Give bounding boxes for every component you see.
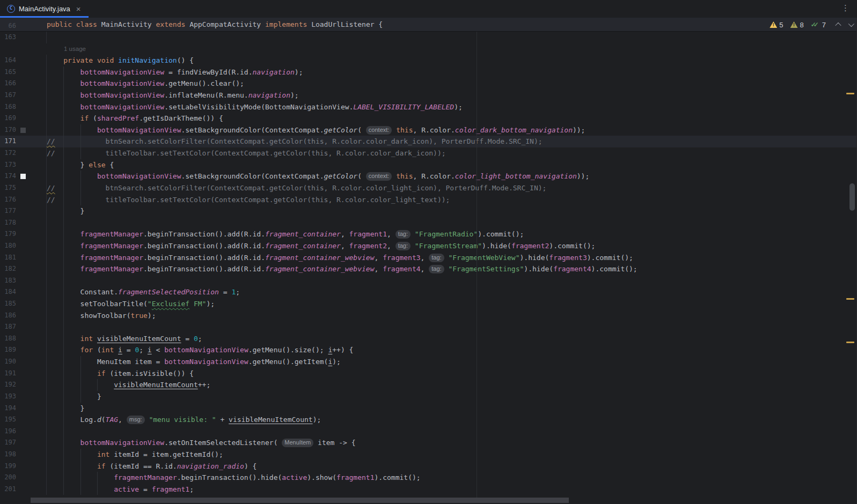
code-line[interactable]: 191if (item.isVisible()) { xyxy=(0,368,857,380)
code-line[interactable]: 169if (sharedPref.getIsDarkTheme()) { xyxy=(0,113,857,124)
code-line[interactable]: 179fragmentManager.beginTransaction().ad… xyxy=(0,228,857,240)
line-number[interactable]: 171 xyxy=(0,136,16,147)
line-number[interactable]: 181 xyxy=(0,252,16,264)
line-number[interactable]: 195 xyxy=(0,414,16,426)
line-number[interactable]: 197 xyxy=(0,437,16,449)
code-editor[interactable]: 1631 usage164private void initNavigation… xyxy=(0,32,857,495)
line-number[interactable]: 200 xyxy=(0,472,16,484)
more-options-icon[interactable]: ⋮ xyxy=(841,3,849,13)
line-number[interactable]: 177 xyxy=(0,205,16,217)
line-number[interactable]: 191 xyxy=(0,368,16,380)
vertical-scrollbar-thumb[interactable] xyxy=(849,183,855,211)
code-line[interactable]: 192visibleMenuItemCount++; xyxy=(0,379,857,391)
line-number[interactable]: 174 xyxy=(0,171,16,182)
color-preview-swatch[interactable] xyxy=(20,174,26,179)
code-line[interactable]: 170bottomNavigationView.setBackgroundCol… xyxy=(0,124,857,136)
code-line[interactable]: 164private void initNavigation() { xyxy=(0,55,857,66)
warning-stripe-mark[interactable] xyxy=(846,93,854,94)
line-number[interactable]: 201 xyxy=(0,484,16,495)
code-line[interactable]: 173} else { xyxy=(0,159,857,171)
code-line[interactable]: 185setToolbarTitle("Exclusief FM"); xyxy=(0,298,857,310)
line-number[interactable]: 179 xyxy=(0,228,16,240)
line-number[interactable]: 188 xyxy=(0,333,16,345)
code-line[interactable]: 199if (itemId == R.id.navigation_radio) … xyxy=(0,461,857,472)
line-number[interactable]: 166 xyxy=(0,78,16,90)
code-line[interactable]: 178 xyxy=(0,217,857,229)
sticky-header-line[interactable]: 66 public class MainActivity extends App… xyxy=(0,18,857,32)
code-line[interactable]: 196 xyxy=(0,426,857,438)
line-number[interactable]: 196 xyxy=(0,426,16,438)
line-number[interactable]: 165 xyxy=(0,66,16,78)
line-number[interactable]: 183 xyxy=(0,275,16,287)
warning-stripe-mark[interactable] xyxy=(846,298,854,300)
line-number[interactable]: 176 xyxy=(0,194,16,206)
line-number[interactable]: 192 xyxy=(0,379,16,391)
line-number[interactable]: 187 xyxy=(0,321,16,333)
code-line[interactable]: 182fragmentManager.beginTransaction().ad… xyxy=(0,263,857,275)
close-icon[interactable]: × xyxy=(76,5,81,13)
code-text: } xyxy=(80,205,85,217)
code-line[interactable]: 181fragmentManager.beginTransaction().ad… xyxy=(0,252,857,264)
inspection-widget[interactable]: ! 5 ! 8 ✓✓ 7 xyxy=(770,18,853,32)
code-line[interactable]: 189for (int i = 0; i < bottomNavigationV… xyxy=(0,344,857,356)
line-number[interactable]: 198 xyxy=(0,449,16,461)
line-number[interactable]: 184 xyxy=(0,286,16,298)
passed-checks-badge[interactable]: ✓✓ 7 xyxy=(811,21,826,29)
line-number[interactable]: 169 xyxy=(0,113,16,124)
line-number[interactable]: 168 xyxy=(0,101,16,113)
code-line[interactable]: 165bottomNavigationView = findViewById(R… xyxy=(0,66,857,78)
code-line[interactable]: 195Log.d(TAG, msg: "menu visible: " + vi… xyxy=(0,414,857,426)
code-line[interactable]: 172// titleToolbar.setTextColor(ContextC… xyxy=(0,147,857,159)
code-line[interactable]: 201active = fragment1; xyxy=(0,484,857,495)
code-line[interactable]: 187 xyxy=(0,321,857,333)
code-line[interactable]: 198int itemId = item.getItemId(); xyxy=(0,449,857,461)
code-line[interactable]: 193} xyxy=(0,391,857,403)
code-line[interactable]: 188int visibleMenuItemCount = 0; xyxy=(0,333,857,345)
line-number[interactable]: 193 xyxy=(0,391,16,403)
line-number[interactable]: 194 xyxy=(0,403,16,414)
line-number[interactable]: 178 xyxy=(0,217,16,229)
code-line[interactable]: 175// btnSearch.setColorFilter(ContextCo… xyxy=(0,182,857,194)
color-preview-swatch[interactable] xyxy=(20,128,26,133)
line-number[interactable]: 189 xyxy=(0,344,16,356)
code-line[interactable]: 167bottomNavigationView.inflateMenu(R.me… xyxy=(0,90,857,101)
line-number[interactable]: 163 xyxy=(0,32,16,43)
line-number[interactable]: 170 xyxy=(0,124,16,136)
line-number[interactable]: 164 xyxy=(0,55,16,66)
code-line[interactable]: 171// btnSearch.setColorFilter(ContextCo… xyxy=(0,136,857,147)
tab-mainactivity-java[interactable]: C MainActivity.java × xyxy=(0,0,89,18)
line-number[interactable]: 199 xyxy=(0,461,16,472)
weak-warnings-badge[interactable]: ! 8 xyxy=(790,21,804,29)
line-number[interactable]: 190 xyxy=(0,356,16,368)
line-number[interactable]: 186 xyxy=(0,310,16,322)
code-line[interactable]: 200fragmentManager.beginTransaction().hi… xyxy=(0,472,857,484)
indent-guide xyxy=(63,78,64,90)
code-line[interactable]: 190MenuItem item = bottomNavigationView.… xyxy=(0,356,857,368)
line-number[interactable]: 182 xyxy=(0,263,16,275)
code-line[interactable]: 183 xyxy=(0,275,857,287)
line-number[interactable]: 185 xyxy=(0,298,16,310)
usages-hint[interactable]: 1 usage xyxy=(64,43,86,55)
warnings-badge[interactable]: ! 5 xyxy=(770,21,783,29)
horizontal-scrollbar-thumb[interactable] xyxy=(31,498,569,503)
code-line[interactable]: 180fragmentManager.beginTransaction().ad… xyxy=(0,240,857,252)
code-line[interactable]: 163 xyxy=(0,32,857,43)
warning-stripe-mark[interactable] xyxy=(846,342,854,343)
line-number[interactable]: 172 xyxy=(0,147,16,159)
code-line[interactable]: 168bottomNavigationView.setLabelVisibili… xyxy=(0,101,857,113)
previous-problem-chevron-icon[interactable] xyxy=(835,23,841,28)
line-number[interactable]: 167 xyxy=(0,90,16,101)
code-line[interactable]: 174bottomNavigationView.setBackgroundCol… xyxy=(0,171,857,182)
line-number[interactable]: 173 xyxy=(0,159,16,171)
code-line[interactable]: 194} xyxy=(0,403,857,414)
code-line[interactable]: 177} xyxy=(0,205,857,217)
code-line[interactable]: 166bottomNavigationView.getMenu().clear(… xyxy=(0,78,857,90)
next-problem-chevron-icon[interactable] xyxy=(848,21,854,27)
code-line[interactable]: 197bottomNavigationView.setOnItemSelecte… xyxy=(0,437,857,449)
code-line[interactable]: 176// titleToolbar.setTextColor(ContextC… xyxy=(0,194,857,206)
usage-annotation-row[interactable]: 1 usage xyxy=(0,43,857,55)
code-line[interactable]: 186showToolbar(true); xyxy=(0,310,857,322)
code-line[interactable]: 184Constant.fragmentSelectedPosition = 1… xyxy=(0,286,857,298)
line-number[interactable]: 180 xyxy=(0,240,16,252)
line-number[interactable]: 175 xyxy=(0,182,16,194)
